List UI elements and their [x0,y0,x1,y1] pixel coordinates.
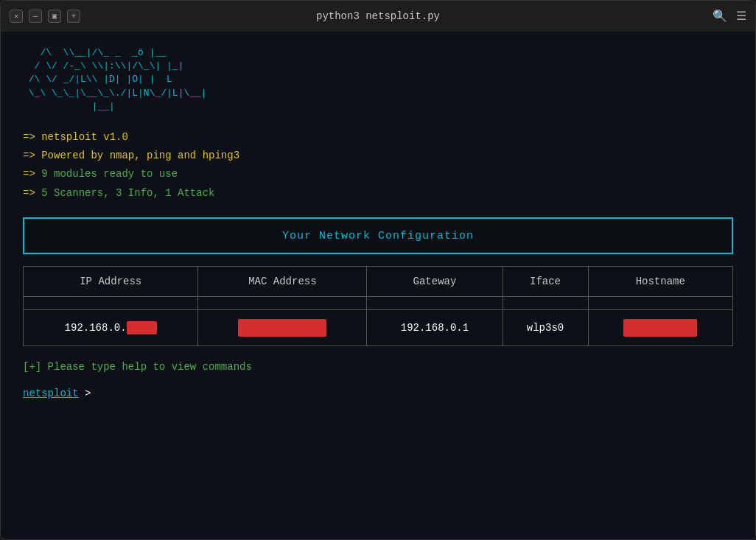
info-line-2: => Powered by nmap, ping and hping3 [23,147,733,165]
hostname-redacted [623,319,697,337]
title-bar: ✕ — ▣ + python3 netsploit.py 🔍 ☰ [1,1,755,32]
restore-button[interactable]: ▣ [48,10,61,23]
info-line-3: => 9 modules ready to use [23,165,733,183]
network-config-box: Your Network Configuration [23,217,733,254]
info-line-4: => 5 Scanners, 3 Info, 1 Attack [23,184,733,203]
maximize-button[interactable]: + [67,10,80,23]
arrow-4: => [23,187,35,199]
cell-ip: 192.168.0.xxx [24,309,198,346]
cell-hostname [588,309,733,346]
info-line-1: => netsploit v1.0 [23,128,733,147]
window-controls: ✕ — ▣ + [10,10,80,23]
info-text-4: 5 Scanners, 3 Info, 1 Attack [41,187,214,199]
minimize-button[interactable]: — [29,10,42,23]
info-text-3: 9 modules ready to use [41,168,178,180]
table-header-row: IP Address MAC Address Gateway Iface Hos… [24,266,733,296]
table-row: 192.168.0.xxx 192.168.0.1 wlp3s0 [24,309,733,346]
col-header-iface: Iface [503,266,588,296]
col-header-gateway: Gateway [367,266,503,296]
ip-redacted: xxx [127,321,157,334]
table-row-empty [24,296,733,309]
cell-mac [198,309,367,346]
info-text-1: netsploit v1.0 [41,131,128,143]
info-text-2: Powered by nmap, ping and hping3 [41,150,239,161]
col-header-ip: IP Address [24,266,198,296]
ip-text: 192.168.0. [65,322,127,334]
prompt-symbol: > [79,388,91,399]
network-config-label: Your Network Configuration [282,230,474,242]
title-actions: 🔍 ☰ [713,9,746,24]
prompt-name: netsploit [23,388,79,399]
cell-iface: wlp3s0 [503,309,588,346]
mac-redacted [238,319,326,337]
terminal-body: /\ \\__|/\_ _ _ö |__ / \/ /-_\ \\|:\\|/\… [1,32,755,539]
arrow-3: => [23,168,35,180]
network-table: IP Address MAC Address Gateway Iface Hos… [23,266,733,346]
cell-gateway: 192.168.0.1 [367,309,503,346]
terminal-window: ✕ — ▣ + python3 netsploit.py 🔍 ☰ /\ \\__… [0,0,756,540]
col-header-mac: MAC Address [198,266,367,296]
menu-icon[interactable]: ☰ [736,9,746,24]
arrow-2: => [23,150,35,161]
search-icon[interactable]: 🔍 [713,9,727,24]
prompt-line: netsploit > [23,388,733,399]
info-lines: => netsploit v1.0 => Powered by nmap, pi… [23,128,733,203]
ascii-art: /\ \\__|/\_ _ _ö |__ / \/ /-_\ \\|:\\|/\… [23,46,733,113]
col-header-hostname: Hostname [588,266,733,296]
arrow-1: => [23,131,35,143]
window-title: python3 netsploit.py [316,10,440,22]
close-button[interactable]: ✕ [10,10,23,23]
help-line: [+] Please type help to view commands [23,361,733,373]
